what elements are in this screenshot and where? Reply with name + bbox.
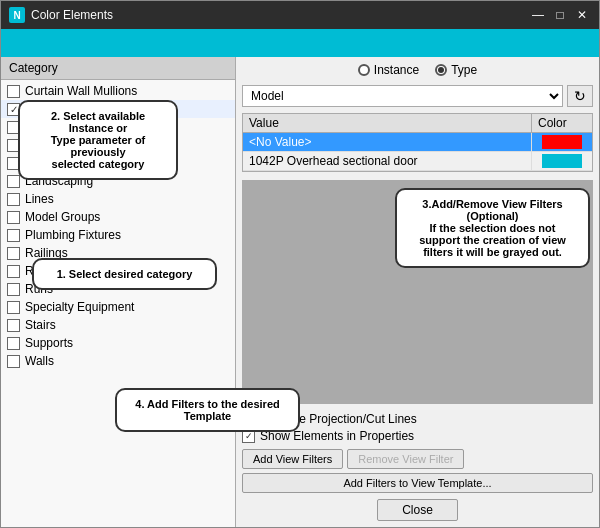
category-checkbox[interactable] (7, 85, 20, 98)
category-name: Lines (25, 192, 54, 206)
color-column-header: Color (532, 114, 592, 132)
app-icon: N (9, 7, 25, 23)
category-checkbox[interactable] (7, 337, 20, 350)
category-name: Supports (25, 336, 73, 350)
add-view-filters-button[interactable]: Add View Filters (242, 449, 343, 469)
category-item[interactable]: Model Groups (1, 208, 235, 226)
category-checkbox[interactable] (7, 283, 20, 296)
category-name: Stairs (25, 318, 56, 332)
category-name: Curtain Wall Mullions (25, 84, 137, 98)
category-checkbox[interactable] (7, 355, 20, 368)
close-button[interactable]: Close (377, 499, 458, 521)
minimize-button[interactable]: — (529, 6, 547, 24)
category-item[interactable]: Lines (1, 190, 235, 208)
maximize-button[interactable]: □ (551, 6, 569, 24)
callout-1: 2. Select available Instance orType para… (18, 100, 178, 180)
add-filters-template-row: Add Filters to View Template... (236, 471, 599, 495)
category-checkbox[interactable] (7, 319, 20, 332)
value-cell: 1042P Overhead sectional door (243, 152, 532, 170)
color-cell (532, 152, 592, 170)
value-column-header: Value (243, 114, 532, 132)
category-checkbox[interactable] (7, 247, 20, 260)
category-checkbox[interactable] (7, 175, 20, 188)
category-checkbox[interactable] (7, 301, 20, 314)
add-filters-template-button[interactable]: Add Filters to View Template... (242, 473, 593, 493)
value-table-header: Value Color (243, 114, 592, 133)
model-dropdown[interactable]: Model (242, 85, 563, 107)
color-cell (532, 133, 592, 151)
toolbar (1, 29, 599, 57)
titlebar: N Color Elements — □ ✕ (1, 1, 599, 29)
category-item[interactable]: Supports (1, 334, 235, 352)
callout-2: 1. Select desired category (32, 258, 217, 290)
category-item[interactable]: Walls (1, 352, 235, 370)
remove-view-filter-button[interactable]: Remove View Filter (347, 449, 464, 469)
model-row: Model ↻ (236, 83, 599, 109)
value-table: Value Color <No Value>1042P Overhead sec… (242, 113, 593, 172)
category-name: Specialty Equipment (25, 300, 134, 314)
category-name: Plumbing Fixtures (25, 228, 121, 242)
close-window-button[interactable]: ✕ (573, 6, 591, 24)
category-name: Model Groups (25, 210, 100, 224)
value-rows: <No Value>1042P Overhead sectional door (243, 133, 592, 171)
category-name: Walls (25, 354, 54, 368)
category-item[interactable]: Specialty Equipment (1, 298, 235, 316)
category-item[interactable]: Curtain Wall Mullions (1, 82, 235, 100)
right-panel: Instance Type Model ↻ (236, 57, 599, 527)
window-controls: — □ ✕ (529, 6, 591, 24)
color-swatch (542, 154, 582, 168)
category-item[interactable]: Stairs (1, 316, 235, 334)
radio-instance[interactable]: Instance (358, 63, 419, 77)
close-row: Close (236, 495, 599, 527)
category-checkbox[interactable] (7, 193, 20, 206)
radio-row: Instance Type (236, 57, 599, 83)
type-radio-circle[interactable] (435, 64, 447, 76)
category-item[interactable]: Plumbing Fixtures (1, 226, 235, 244)
category-checkbox[interactable] (7, 229, 20, 242)
value-row[interactable]: <No Value> (243, 133, 592, 152)
callout-4: 4. Add Filters to the desiredTemplate (115, 388, 300, 432)
refresh-button[interactable]: ↻ (567, 85, 593, 107)
instance-radio-circle[interactable] (358, 64, 370, 76)
window-title: Color Elements (31, 8, 523, 22)
color-swatch (542, 135, 582, 149)
radio-type[interactable]: Type (435, 63, 477, 77)
category-checkbox[interactable] (7, 265, 20, 278)
category-checkbox[interactable] (7, 211, 20, 224)
filter-buttons-row: Add View Filters Remove View Filter (236, 447, 599, 471)
value-cell: <No Value> (243, 133, 532, 151)
callout-3: 3.Add/Remove View Filters(Optional)If th… (395, 188, 590, 268)
show-option-row: ✓ Show Elements in Properties (242, 429, 593, 443)
category-header: Category (1, 57, 235, 80)
value-row[interactable]: 1042P Overhead sectional door (243, 152, 592, 171)
